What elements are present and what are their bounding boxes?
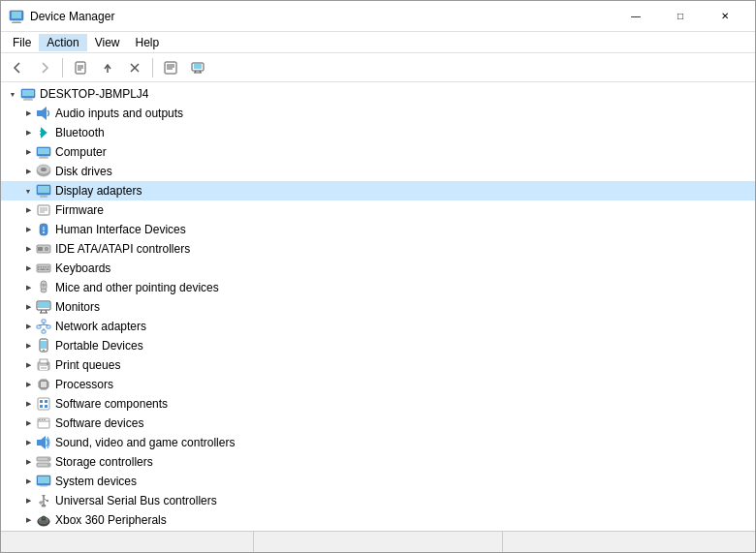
status-panel-2 <box>254 532 503 552</box>
expand-computer[interactable] <box>20 144 36 160</box>
menu-help[interactable]: Help <box>128 34 168 51</box>
item-label: Display adapters <box>55 184 142 198</box>
expand-sw-dev[interactable] <box>20 415 36 431</box>
update-driver-button[interactable] <box>95 56 120 79</box>
list-item[interactable]: Audio inputs and outputs <box>1 104 755 123</box>
expand-mice[interactable] <box>20 280 36 295</box>
back-button[interactable] <box>5 56 30 79</box>
update-icon <box>101 61 114 75</box>
list-item[interactable]: Disk drives <box>1 162 755 181</box>
item-label: Software components <box>55 397 168 411</box>
forward-button[interactable] <box>32 56 57 79</box>
properties-button[interactable] <box>68 56 93 79</box>
expand-processors[interactable] <box>20 377 36 392</box>
svg-rect-22 <box>24 98 32 100</box>
svg-rect-24 <box>37 110 42 116</box>
tree-root[interactable]: DESKTOP-JBMPLJ4 <box>1 84 755 104</box>
expand-disk[interactable] <box>20 164 36 179</box>
portable-icon <box>36 338 51 353</box>
item-label: Universal Serial Bus controllers <box>55 494 217 507</box>
list-item[interactable]: Network adapters <box>1 317 755 336</box>
list-item[interactable]: Bluetooth <box>1 123 755 142</box>
list-item[interactable]: Sound, video and game controllers <box>1 433 755 452</box>
list-item[interactable]: Portable Devices <box>1 336 755 355</box>
list-item[interactable]: Print queues <box>1 355 755 375</box>
list-item[interactable]: Universal Serial Bus controllers <box>1 491 755 510</box>
device-manager-window: Device Manager — □ ✕ File Action View He… <box>0 0 756 553</box>
menu-action[interactable]: Action <box>39 34 86 51</box>
close-button[interactable]: ✕ <box>703 1 747 32</box>
svg-rect-80 <box>40 359 47 363</box>
svg-rect-115 <box>38 476 49 483</box>
hid-icon <box>36 222 51 237</box>
list-item[interactable]: Display adapters <box>1 181 755 200</box>
list-item[interactable]: Mice and other pointing devices <box>1 278 755 297</box>
item-label: Firmware <box>55 203 104 217</box>
display-icon <box>36 183 51 199</box>
list-item[interactable]: Monitors <box>1 297 755 317</box>
expand-print[interactable] <box>20 357 36 373</box>
svg-point-113 <box>47 464 49 466</box>
expand-xbox[interactable] <box>20 512 36 528</box>
svg-point-83 <box>47 363 48 365</box>
root-expand[interactable] <box>5 86 20 102</box>
list-item[interactable]: Human Interface Devices <box>1 220 755 239</box>
monitor-icon <box>191 61 205 75</box>
expand-storage[interactable] <box>20 454 36 470</box>
list-item[interactable]: ✕ Xbox 360 Peripherals <box>1 510 755 530</box>
svg-rect-16 <box>194 64 202 69</box>
expand-monitors[interactable] <box>20 299 36 315</box>
expand-system[interactable] <box>20 474 36 489</box>
svg-rect-23 <box>23 100 33 101</box>
monitor-button[interactable] <box>185 56 210 79</box>
svg-point-62 <box>41 289 47 292</box>
maximize-button[interactable]: □ <box>658 1 703 32</box>
list-item[interactable]: Software devices <box>1 414 755 433</box>
svg-marker-118 <box>42 495 46 498</box>
minimize-button[interactable]: — <box>614 1 658 32</box>
svg-rect-70 <box>47 325 50 328</box>
expand-audio[interactable] <box>20 106 36 121</box>
list-item[interactable]: Processors <box>1 375 755 394</box>
device-tree[interactable]: DESKTOP-JBMPLJ4 Audio inputs and outputs <box>1 82 755 531</box>
svg-rect-100 <box>45 400 47 403</box>
expand-sound[interactable] <box>20 435 36 450</box>
expand-hid[interactable] <box>20 222 36 237</box>
expand-firmware[interactable] <box>20 202 36 218</box>
svg-rect-2 <box>13 20 20 22</box>
list-item[interactable]: System devices <box>1 472 755 491</box>
scan-button[interactable] <box>158 56 183 79</box>
item-label: Portable Devices <box>55 339 143 353</box>
menu-view[interactable]: View <box>87 34 128 51</box>
svg-rect-108 <box>37 440 41 445</box>
svg-point-45 <box>43 231 45 233</box>
list-item[interactable]: Firmware <box>1 200 755 220</box>
expand-keyboards[interactable] <box>20 261 36 276</box>
expand-bluetooth[interactable] <box>20 125 36 140</box>
expand-usb[interactable] <box>20 493 36 508</box>
svg-rect-3 <box>12 22 21 23</box>
title-bar: Device Manager — □ ✕ <box>1 1 755 32</box>
app-icon <box>9 9 24 24</box>
window-title: Device Manager <box>30 10 614 23</box>
list-item[interactable]: Software components <box>1 394 755 414</box>
list-item[interactable]: Storage controllers <box>1 452 755 472</box>
list-item[interactable]: Computer <box>1 142 755 162</box>
list-item[interactable]: Keyboards <box>1 259 755 278</box>
svg-rect-98 <box>38 398 49 410</box>
list-item[interactable]: IDE ATA/ATAPI controllers <box>1 239 755 259</box>
uninstall-button[interactable] <box>122 56 147 79</box>
item-label: Storage controllers <box>55 455 153 469</box>
expand-sw-comp[interactable] <box>20 396 36 412</box>
item-label: Processors <box>55 378 113 391</box>
expand-portable[interactable] <box>20 338 36 353</box>
svg-rect-30 <box>40 156 47 158</box>
expand-network[interactable] <box>20 319 36 334</box>
expand-ide[interactable] <box>20 241 36 257</box>
svg-marker-109 <box>41 436 46 449</box>
status-panel-3 <box>503 532 751 552</box>
sw-components-icon <box>36 396 51 412</box>
menu-file[interactable]: File <box>5 34 39 51</box>
svg-rect-36 <box>38 186 49 193</box>
expand-display[interactable] <box>20 183 36 199</box>
